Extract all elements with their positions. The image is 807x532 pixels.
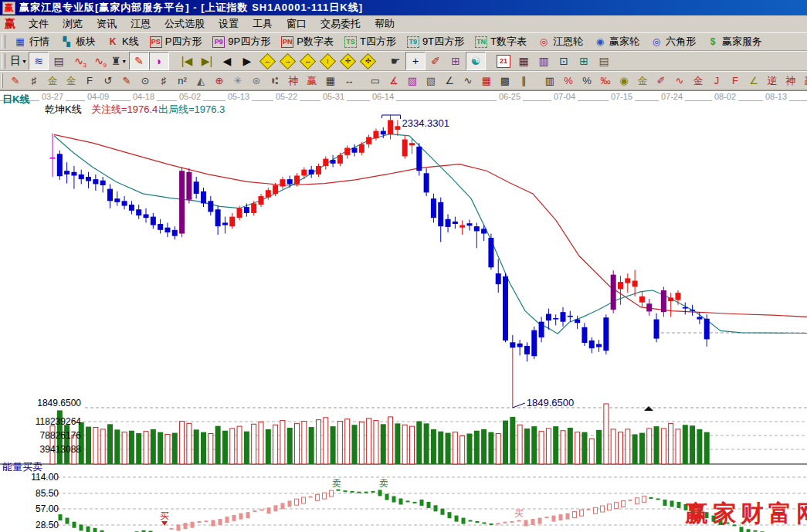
fan-lines-tool[interactable]: ∡ xyxy=(385,72,403,90)
menu-item-交易委托[interactable]: 交易委托 xyxy=(314,15,368,32)
gann-hash-tool[interactable]: ♯ xyxy=(25,72,43,90)
module-button-quotes[interactable]: ▦行情 xyxy=(8,34,55,49)
web-tool[interactable]: ⊛ xyxy=(247,72,266,90)
time-cycle-tool[interactable]: ⊙ xyxy=(136,72,154,90)
star-tool[interactable]: ✳ xyxy=(229,72,247,90)
wave-3-button[interactable]: ∿3 xyxy=(69,52,89,70)
hand-tool-button[interactable]: ☛ xyxy=(385,52,405,70)
crosshair-tool-button[interactable]: + xyxy=(405,52,426,70)
trend-angle-tool[interactable]: ∠ xyxy=(440,72,459,90)
gann-shen-line-tool[interactable]: 神 xyxy=(782,72,800,90)
n-square-tool[interactable]: n² xyxy=(173,72,192,90)
grid-tool[interactable]: ▦ xyxy=(477,72,496,90)
toolbar-grip[interactable] xyxy=(2,73,3,87)
gold-angle-tool[interactable]: ∠ xyxy=(744,72,763,90)
candle-style-button[interactable]: ♜▼ xyxy=(109,52,129,70)
protractor-tool[interactable]: ◭ xyxy=(192,72,210,90)
wave-tool[interactable]: ∿ xyxy=(459,72,477,90)
speed-line-tool[interactable]: 逆 xyxy=(763,72,782,90)
percent-retrace-tool[interactable]: % xyxy=(559,72,578,90)
menu-item-江恩[interactable]: 江恩 xyxy=(124,15,158,32)
module-button-t-square[interactable]: TST四方形 xyxy=(339,34,402,49)
module-button-9t-square[interactable]: T99T四方形 xyxy=(402,34,470,49)
prev-button[interactable]: ◀ xyxy=(217,52,237,70)
brain-tool-button[interactable]: ☯ xyxy=(466,52,486,70)
price-bars-tool[interactable]: ▥ xyxy=(541,72,559,90)
gold-hash-tool-2[interactable]: 金 xyxy=(62,72,80,90)
menu-item-窗口[interactable]: 窗口 xyxy=(280,15,314,32)
fan-box-tool[interactable]: ▨ xyxy=(403,72,422,90)
module-button-kline[interactable]: KK线 xyxy=(101,34,144,49)
save-button[interactable]: ⊡ xyxy=(554,52,574,70)
notepad-button[interactable]: ▥ xyxy=(534,52,554,70)
kline-period-button[interactable]: 日▼ xyxy=(8,52,29,70)
toolbar-grip[interactable] xyxy=(2,35,5,49)
wave-9-button[interactable]: ∿9 xyxy=(89,52,109,70)
zigzag-view-button[interactable]: ≋ xyxy=(29,52,49,70)
module-button-p-square[interactable]: PSP四方形 xyxy=(144,34,208,49)
toolbar-grip[interactable] xyxy=(2,53,5,68)
gold-levels-tool[interactable]: 金 xyxy=(633,72,652,90)
calculator-button[interactable]: ▦ xyxy=(514,52,534,70)
gold-circle-tool[interactable]: ◉ xyxy=(615,72,633,90)
zoom-out-diamond-button[interactable]: ✣ xyxy=(358,52,378,70)
module-button-winner-service[interactable]: $赢家服务 xyxy=(701,34,768,49)
chip-tool-button[interactable]: ⊞ xyxy=(446,52,466,70)
compass-circle-tool[interactable]: ⊕ xyxy=(210,72,229,90)
rect-tool[interactable]: ▭ xyxy=(366,72,385,90)
zoom-in-diamond-button[interactable]: ✛ xyxy=(337,52,358,70)
shen-hash-tool[interactable]: 神 xyxy=(284,72,303,90)
next-button[interactable]: ▶ xyxy=(237,52,257,70)
zoom-v-diamond-button[interactable]: ↕ xyxy=(317,52,337,70)
angle-marks-tool[interactable]: ⑆ xyxy=(266,72,284,90)
parallel-lines-tool[interactable]: ∥ xyxy=(514,72,533,90)
calendar-button[interactable]: 21 xyxy=(493,52,514,70)
brush-tool[interactable]: ✎ xyxy=(6,72,25,90)
chart-area[interactable]: 03-2704-0904-1805-0205-1305-2205-3106-14… xyxy=(0,90,807,532)
menu-item-资讯[interactable]: 资讯 xyxy=(90,15,124,32)
module-button-hexagon[interactable]: ◎六角形 xyxy=(645,34,701,49)
pen-hash-tool[interactable]: ✎ xyxy=(117,72,136,90)
menu-item-工具[interactable]: 工具 xyxy=(246,15,280,32)
width-arrow-tool[interactable]: ↔ xyxy=(340,72,358,90)
menu-item-公式选股[interactable]: 公式选股 xyxy=(158,15,212,32)
module-button-gann-wheel[interactable]: ◎江恩轮 xyxy=(532,34,588,49)
module-button-t-number-table[interactable]: TNT数字表 xyxy=(470,34,532,49)
module-button-9p-square[interactable]: P99P四方形 xyxy=(207,34,276,49)
menu-item-文件[interactable]: 文件 xyxy=(22,15,56,32)
zoom-right-diamond-button[interactable]: → xyxy=(277,52,297,70)
module-button-winner-wheel[interactable]: ◉赢家轮 xyxy=(588,34,645,49)
title-bar[interactable]: 赢 赢家江恩专业版[赢家内部服务平台] - [上证指数 SH1A0001-111… xyxy=(0,0,807,15)
module-button-sectors[interactable]: ▚板块 xyxy=(55,34,101,49)
menu-item-设置[interactable]: 设置 xyxy=(212,15,246,32)
module-button-p-number-table[interactable]: PNP数字表 xyxy=(276,34,339,49)
zoom-h-diamond-button[interactable]: ↔ xyxy=(297,52,317,70)
menu-item-帮助[interactable]: 帮助 xyxy=(368,15,402,32)
grid-tool-2[interactable]: ▩ xyxy=(496,72,514,90)
wave-cross-tool[interactable]: ∿ xyxy=(670,72,689,90)
menu-item-浏览[interactable]: 浏览 xyxy=(56,15,90,32)
first-page-button[interactable]: |◀ xyxy=(177,52,197,70)
j-line-tool[interactable]: J xyxy=(707,72,726,90)
print-button[interactable]: ▤ xyxy=(594,52,614,70)
gold-hash-tool-1[interactable]: 金 xyxy=(43,72,62,90)
memo-button[interactable]: ▤ xyxy=(49,52,69,70)
spiral-tool[interactable]: ↺ xyxy=(99,72,117,90)
last-page-button[interactable]: ▶| xyxy=(197,52,217,70)
pen-tool-button[interactable]: ✐ xyxy=(426,52,446,70)
grid-123-tool[interactable]: ▦ xyxy=(321,72,340,90)
ying-hash-tool[interactable]: 赢 xyxy=(303,72,321,90)
kline-chart[interactable]: 03-2704-0904-1805-0205-1305-2205-3106-14… xyxy=(0,91,807,532)
zoom-left-diamond-button[interactable]: ← xyxy=(257,52,277,70)
gann-ying-line-tool[interactable]: 赢 xyxy=(800,72,807,90)
gold-band-tool[interactable]: 金 xyxy=(689,72,707,90)
export-image-button[interactable]: ⊞ xyxy=(574,52,594,70)
sketch-button[interactable]: ✎ xyxy=(129,52,149,70)
fib-hash-tool[interactable]: F xyxy=(80,72,99,90)
percent-tool[interactable]: % xyxy=(578,72,596,90)
percent-levels-tool[interactable]: ‰ xyxy=(596,72,615,90)
f-line-tool[interactable]: F xyxy=(726,72,744,90)
plain-hash-tool[interactable]: ♯ xyxy=(154,72,173,90)
brush-split-tool[interactable]: ✐ xyxy=(652,72,670,90)
ray-box-tool[interactable]: ▧ xyxy=(422,72,440,90)
